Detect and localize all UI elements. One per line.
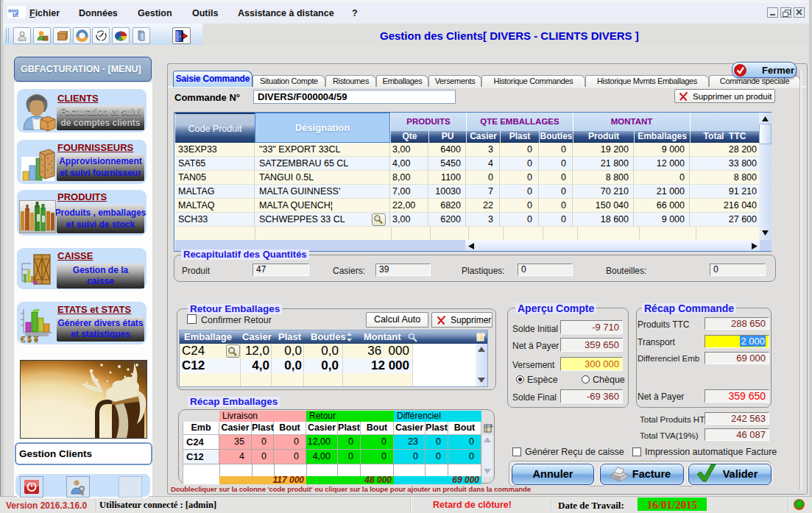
svg-text:€ $ ¥: € $ ¥ [21,334,38,343]
svg-text:bt: bt [13,12,18,18]
